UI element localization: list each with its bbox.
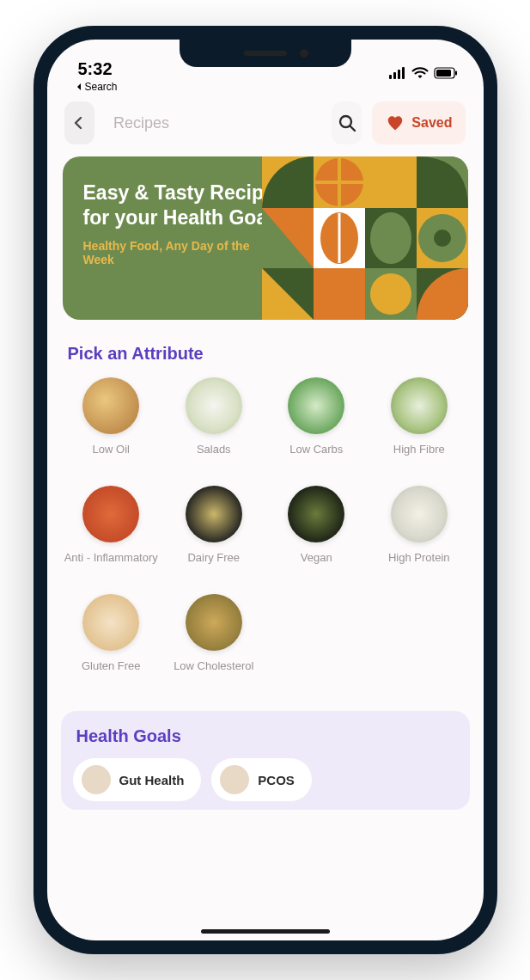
search-icon [337,113,357,133]
svg-point-21 [370,212,411,264]
hero-title: Easy & Tasty Recipes for your Health Goa… [83,181,289,230]
attribute-label: High Protein [388,551,450,579]
cell-signal-icon [389,67,406,79]
search-field-wrap[interactable] [105,101,321,144]
goal-label: PCOS [258,773,295,787]
caret-left-icon [75,83,83,91]
food-thumbnail-icon [186,594,242,651]
back-button[interactable] [64,101,94,144]
attribute-item[interactable]: Dairy Free [165,486,263,579]
food-thumbnail-icon [391,377,448,434]
attribute-item[interactable]: Low Carbs [268,377,366,470]
nav-back-label: Search [85,81,118,93]
goal-thumbnail-icon [220,765,249,794]
attribute-item[interactable]: Gluten Free [63,594,161,687]
attributes-heading: Pick an Attribute [47,320,484,377]
search-button[interactable] [332,101,362,144]
svg-rect-2 [398,70,400,79]
attribute-label: Salads [197,443,231,470]
health-goals-card: Health Goals Gut Health PCOS [61,711,470,810]
svg-rect-5 [436,70,451,77]
battery-icon [434,67,458,79]
attribute-item[interactable]: High Fibre [370,377,468,470]
food-thumbnail-icon [391,486,448,542]
attribute-label: Low Carbs [289,443,343,470]
attribute-item[interactable]: Vegan [268,486,366,579]
goal-pill[interactable]: PCOS [211,758,312,801]
attribute-item[interactable]: Salads [165,377,263,470]
saved-label: Saved [411,115,452,131]
svg-rect-26 [314,268,365,320]
svg-rect-3 [402,67,405,79]
food-thumbnail-icon [82,486,139,542]
nav-back-search[interactable]: Search [47,81,484,96]
attribute-label: Dairy Free [187,551,240,579]
svg-point-28 [370,273,411,315]
attribute-label: Anti - Inflammatory [64,551,158,579]
attribute-label: High Fibre [393,443,445,470]
home-indicator[interactable] [201,929,330,934]
hero-subtitle: Healthy Food, Any Day of the Week [83,239,255,266]
attribute-item[interactable]: Low Oil [63,377,161,470]
svg-line-8 [350,126,355,132]
attribute-item[interactable]: Low Cholesterol [165,594,263,687]
svg-rect-0 [389,75,392,79]
svg-point-24 [434,230,451,247]
food-thumbnail-icon [288,486,344,542]
food-thumbnail-icon [186,377,242,434]
svg-rect-14 [365,156,417,208]
food-thumbnail-icon [288,377,344,434]
attribute-label: Low Cholesterol [174,659,253,687]
food-thumbnail-icon [82,377,139,434]
goals-heading: Health Goals [73,726,458,746]
search-input[interactable] [113,114,313,132]
svg-rect-6 [455,71,457,76]
heart-icon [386,113,405,132]
chevron-left-icon [71,115,87,131]
saved-button[interactable]: Saved [372,101,466,144]
svg-rect-1 [393,72,396,79]
hero-pattern-icon [262,156,468,320]
attribute-label: Gluten Free [82,659,141,687]
attributes-grid: Low Oil Salads Low Carbs High Fibre Anti… [47,377,484,687]
hero-banner[interactable]: Easy & Tasty Recipes for your Health Goa… [63,156,468,320]
goal-thumbnail-icon [82,765,111,794]
attribute-item[interactable]: Anti - Inflammatory [63,486,161,579]
food-thumbnail-icon [186,486,242,542]
food-thumbnail-icon [82,594,139,651]
attribute-label: Vegan [301,551,332,579]
status-time: 5:32 [78,59,113,79]
status-icons [389,67,458,79]
goal-label: Gut Health [119,773,185,787]
attribute-item[interactable]: High Protein [370,486,468,579]
goal-pill[interactable]: Gut Health [73,758,202,801]
attribute-label: Low Oil [93,443,130,470]
wifi-icon [411,67,429,79]
